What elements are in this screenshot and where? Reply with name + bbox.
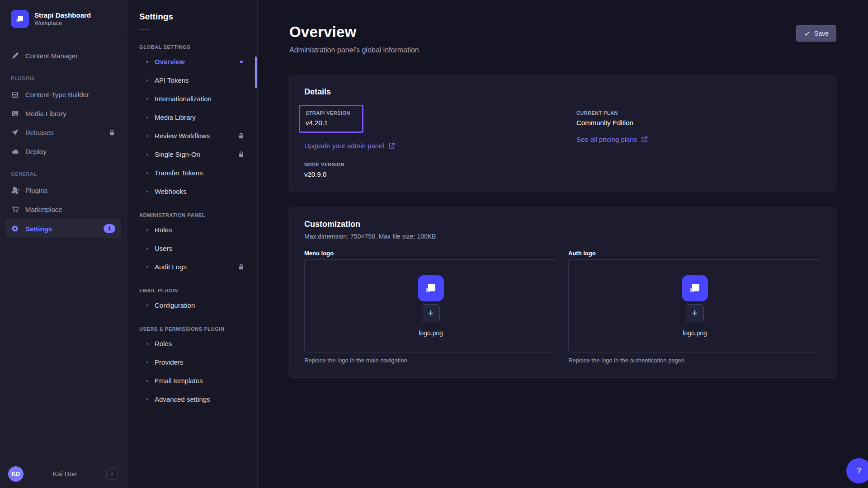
subnav-item-label: Roles: [155, 340, 172, 347]
details-card-title: Details: [304, 87, 821, 97]
subnav-section-global-settings: GLOBAL SETTINGS: [127, 33, 257, 52]
customization-card-title: Customization: [304, 220, 821, 229]
lock-icon: [238, 151, 245, 158]
sidebar-item-deploy[interactable]: Deploy: [5, 142, 121, 160]
check-icon: [804, 30, 810, 37]
collapse-sidebar-button[interactable]: ‹: [106, 468, 118, 480]
sidebar-item-settings[interactable]: Settings 1: [5, 219, 121, 238]
subnav-item-internationalization[interactable]: Internationalization: [127, 89, 257, 108]
pricing-plans-link[interactable]: See all pricing plans: [576, 136, 648, 143]
subnav-item-label: Transfer Tokens: [155, 169, 203, 177]
subnav-item-label: Providers: [155, 358, 183, 366]
subnav-item-up-roles[interactable]: Roles: [127, 334, 257, 353]
subnav-item-label: Single Sign-On: [155, 150, 200, 158]
question-mark-icon: ?: [857, 466, 861, 475]
subnav-item-label: Audit Logs: [155, 263, 187, 271]
cart-icon: [11, 205, 19, 213]
sidebar-item-label: Marketplace: [25, 206, 62, 213]
auth-logo-dropzone[interactable]: + logo.png: [568, 259, 821, 352]
save-button-label: Save: [814, 30, 829, 37]
sidebar-item-label: Settings: [25, 225, 52, 233]
subnav-item-label: Review Workflows: [155, 132, 210, 140]
sidebar-item-content-type-builder[interactable]: Content-Type Builder: [5, 85, 121, 103]
subnav-item-single-sign-on[interactable]: Single Sign-On: [127, 145, 257, 164]
user-name: Kai Doe: [29, 470, 101, 478]
subnav-item-admin-users[interactable]: Users: [127, 239, 257, 258]
layout-grid-icon: [11, 90, 19, 99]
sidebar-item-content-manager[interactable]: Content Manager: [5, 47, 121, 65]
sidebar-nav: Content Manager PLUGINS Content-Type Bui…: [0, 38, 126, 459]
bullet-icon: [146, 266, 148, 268]
subnav-item-label: Media Library: [155, 113, 196, 121]
bullet-icon: [146, 361, 148, 363]
bullet-icon: [146, 399, 148, 400]
sidebar-item-media-library[interactable]: Media Library: [5, 104, 121, 122]
auth-logo-filename: logo.png: [683, 329, 707, 337]
lock-icon: [108, 129, 115, 136]
subnav-item-webhooks[interactable]: Webhooks: [127, 182, 257, 201]
subnav-item-label: Webhooks: [155, 188, 187, 195]
settings-subnav: Settings GLOBAL SETTINGS Overview API To…: [127, 0, 258, 488]
sidebar-item-plugins[interactable]: Plugins: [5, 181, 121, 199]
bullet-icon: [146, 229, 148, 231]
subnav-item-media-library[interactable]: Media Library: [127, 108, 257, 127]
current-plan-value: Community Edition: [576, 119, 821, 127]
sidebar-item-label: Media Library: [25, 110, 66, 117]
settings-notification-badge: 1: [104, 224, 115, 233]
menu-logo-label: Menu logo: [304, 250, 557, 257]
subnav-item-review-workflows[interactable]: Review Workflows: [127, 127, 257, 145]
save-button[interactable]: Save: [796, 25, 836, 42]
subnav-item-advanced-settings[interactable]: Advanced settings: [127, 390, 257, 408]
subnav-item-email-templates[interactable]: Email templates: [127, 371, 257, 390]
auth-logo-section: Auth logo + logo.png Replace the logo in…: [568, 250, 821, 364]
sidebar-item-label: Deploy: [25, 148, 47, 155]
strapi-version-value: v4.20.1: [306, 119, 350, 127]
strapi-logo-icon: [418, 275, 444, 301]
menu-logo-dropzone[interactable]: + logo.png: [304, 259, 557, 352]
lock-icon: [238, 132, 245, 139]
details-right-column: CURRENT PLAN Community Edition See all p…: [576, 105, 821, 178]
user-avatar[interactable]: KD: [8, 466, 24, 482]
details-card: Details STRAPI VERSION v4.20.1 Upgrade y…: [289, 75, 836, 192]
subnav-title: Settings: [127, 12, 257, 22]
bullet-icon: [146, 117, 148, 118]
menu-logo-caption: Replace the logo in the main navigation: [304, 357, 557, 364]
subnav-item-label: Overview: [155, 58, 185, 66]
subnav-item-configuration[interactable]: Configuration: [127, 296, 257, 314]
subnav-item-overview[interactable]: Overview: [127, 52, 257, 71]
subnav-divider: [139, 29, 150, 30]
subnav-item-api-tokens[interactable]: API Tokens: [127, 71, 257, 89]
subnav-item-label: Email templates: [155, 377, 203, 385]
bullet-icon: [146, 172, 148, 174]
help-button[interactable]: ?: [846, 458, 868, 483]
lock-icon: [238, 263, 245, 270]
subnav-item-providers[interactable]: Providers: [127, 353, 257, 371]
workspace-brand[interactable]: Strapi Dashboard Workplace: [0, 0, 126, 38]
bullet-icon: [146, 61, 148, 63]
customization-card: Customization Max dimension: 750×750, Ma…: [289, 207, 836, 378]
add-auth-logo-button[interactable]: +: [686, 304, 704, 322]
sidebar-item-marketplace[interactable]: Marketplace: [5, 200, 121, 218]
sidebar-footer: KD Kai Doe ‹: [0, 459, 126, 488]
node-version-field: NODE VERSION v20.9.0: [304, 162, 549, 178]
subnav-item-label: Roles: [155, 226, 172, 234]
main-sidebar: Strapi Dashboard Workplace Content Manag…: [0, 0, 127, 488]
menu-logo-section: Menu logo + logo.png Replace the logo in…: [304, 250, 557, 364]
sidebar-item-label: Content-Type Builder: [25, 91, 89, 99]
menu-logo-filename: logo.png: [419, 329, 443, 337]
subnav-item-label: Users: [155, 244, 172, 252]
add-menu-logo-button[interactable]: +: [422, 304, 440, 322]
bullet-icon: [146, 343, 148, 345]
sidebar-item-releases[interactable]: Releases: [5, 123, 121, 141]
page-title: Overview: [289, 23, 419, 41]
subnav-item-admin-roles[interactable]: Roles: [127, 221, 257, 239]
strapi-logo-icon: [11, 10, 29, 28]
sidebar-section-general: GENERAL: [5, 161, 121, 181]
subnav-item-audit-logs[interactable]: Audit Logs: [127, 258, 257, 276]
page-header: Overview Administration panel's global i…: [289, 23, 836, 54]
details-left-column: STRAPI VERSION v4.20.1 Upgrade your admi…: [304, 105, 549, 178]
upgrade-link-label: Upgrade your admin panel: [304, 142, 384, 150]
subnav-item-transfer-tokens[interactable]: Transfer Tokens: [127, 164, 257, 182]
strapi-version-label: STRAPI VERSION: [306, 110, 350, 116]
upgrade-admin-panel-link[interactable]: Upgrade your admin panel: [304, 142, 395, 150]
